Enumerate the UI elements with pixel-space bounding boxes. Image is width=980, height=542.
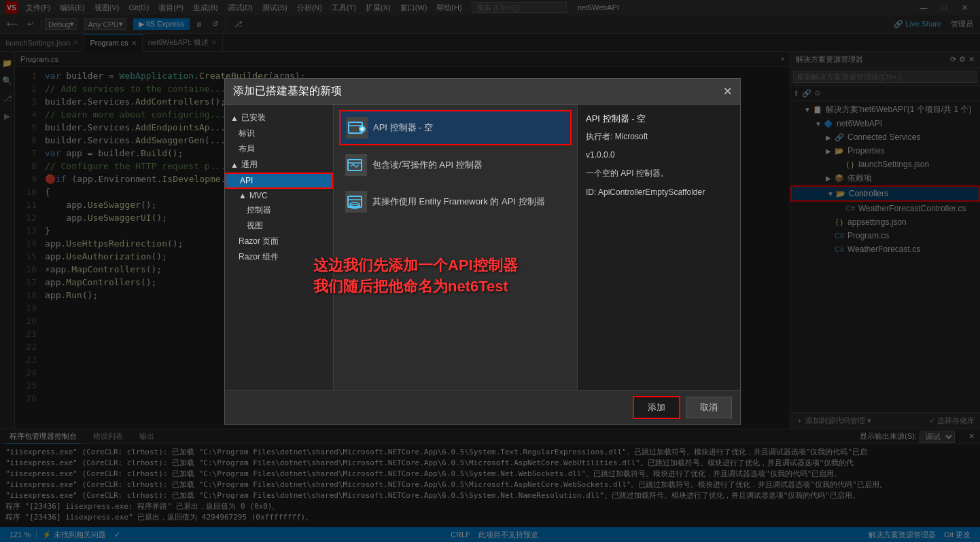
add-button[interactable]: 添加 — [633, 396, 680, 419]
readwrite-api-label: 包含读/写操作的 API 控制器 — [372, 159, 483, 171]
mvc-arrow-icon: ▲ — [239, 191, 247, 200]
detail-description: 一个空的 API 控制器。 — [586, 167, 732, 180]
modal-footer: 添加 取消 — [225, 390, 740, 424]
scaffold-items-list: API 控制器 - 空 包含读/写操作的 API 控制器 — [334, 105, 577, 390]
modal-main: API 控制器 - 空 包含读/写操作的 API 控制器 — [334, 105, 577, 390]
modal-overlay: 添加已搭建基架的新项 ✕ ▲ 已安装 标识 布局 ▲ 通用 API ▲ MVC — [0, 0, 980, 542]
common-section-header[interactable]: ▲ 通用 — [225, 157, 333, 173]
sidebar-layout[interactable]: 布局 — [225, 141, 333, 157]
sidebar-identity[interactable]: 标识 — [225, 126, 333, 141]
sidebar-views[interactable]: 视图 — [225, 218, 333, 234]
scaffold-modal: 添加已搭建基架的新项 ✕ ▲ 已安装 标识 布局 ▲ 通用 API ▲ MVC — [224, 78, 741, 425]
scaffold-item-readwrite-api[interactable]: 包含读/写操作的 API 控制器 — [339, 148, 572, 182]
empty-api-icon — [346, 117, 368, 139]
installed-arrow-icon: ▲ — [230, 113, 239, 123]
modal-title-text: 添加已搭建基架的新项 — [233, 84, 342, 98]
detail-title: API 控制器 - 空 — [586, 113, 732, 125]
sidebar-razor-components[interactable]: Razor 组件 — [225, 249, 333, 265]
common-arrow-icon: ▲ — [230, 160, 239, 170]
modal-title-bar: 添加已搭建基架的新项 ✕ — [225, 79, 740, 105]
modal-close-button[interactable]: ✕ — [723, 85, 732, 98]
sidebar-api[interactable]: API — [225, 173, 333, 189]
common-label: 通用 — [241, 159, 258, 170]
empty-api-label: API 控制器 - 空 — [373, 122, 433, 134]
sidebar-controllers[interactable]: 控制器 — [225, 202, 333, 218]
mvc-label: MVC — [249, 191, 268, 200]
cancel-button[interactable]: 取消 — [686, 397, 732, 418]
detail-executor: 执行者: Microsoft — [586, 130, 732, 143]
modal-detail-panel: API 控制器 - 空 执行者: Microsoft v1.0.0.0 一个空的… — [577, 105, 740, 390]
installed-section-header[interactable]: ▲ 已安装 — [225, 110, 333, 126]
modal-body: ▲ 已安装 标识 布局 ▲ 通用 API ▲ MVC 控制器 视图 Razor … — [225, 105, 740, 390]
ef-api-icon — [345, 191, 367, 213]
scaffold-item-empty-api[interactable]: API 控制器 - 空 — [339, 110, 572, 145]
detail-id: ID: ApiControllerEmptyScaffolder — [586, 186, 732, 199]
modal-sidebar: ▲ 已安装 标识 布局 ▲ 通用 API ▲ MVC 控制器 视图 Razor … — [225, 105, 334, 390]
installed-label: 已安装 — [241, 112, 266, 124]
detail-version: v1.0.0.0 — [586, 149, 732, 162]
sidebar-razor-pages[interactable]: Razor 页面 — [225, 234, 333, 249]
readwrite-api-icon — [345, 154, 367, 176]
ef-api-label: 其操作使用 Entity Framework 的 API 控制器 — [372, 196, 545, 208]
scaffold-item-ef-api[interactable]: 其操作使用 Entity Framework 的 API 控制器 — [339, 185, 572, 219]
mvc-section-header[interactable]: ▲ MVC — [225, 189, 333, 202]
